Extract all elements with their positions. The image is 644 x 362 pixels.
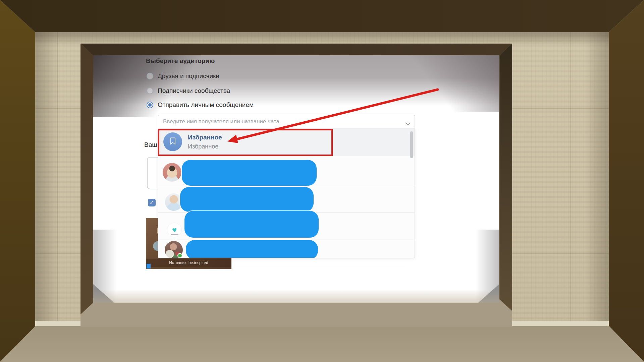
radio-private-message[interactable] — [147, 102, 153, 108]
audience-section-title: Выберите аудиторию — [146, 57, 215, 65]
recipient-search-input[interactable] — [158, 115, 415, 128]
frame-inner-right — [499, 44, 512, 312]
frame-inner-left — [80, 44, 93, 315]
framed-screenshot-scene: Выберите аудиторию Друзья и подписчики П… — [0, 0, 644, 362]
radio-label[interactable]: Подписчики сообщества — [158, 87, 230, 95]
censor-bar — [186, 240, 318, 258]
scrollbar-thumb[interactable] — [410, 131, 413, 158]
wall-shadow — [35, 32, 59, 327]
message-label-clipped: Ваш — [144, 141, 157, 148]
frame-outer-top — [0, 0, 644, 32]
radio-label[interactable]: Отправить личным сообщением — [158, 101, 254, 109]
online-badge — [177, 253, 182, 258]
community-logo-avatar[interactable]: ♥ — [167, 223, 182, 237]
attach-checkbox[interactable]: ✓ — [148, 199, 156, 206]
vk-share-dialog: Выберите аудиторию Друзья и подписчики П… — [93, 55, 499, 303]
screenshot-canvas: Выберите аудиторию Друзья и подписчики П… — [93, 55, 499, 303]
photo-caption: Источник: be.inspired — [146, 259, 231, 267]
wall-shadow — [585, 32, 609, 327]
chevron-down-icon[interactable] — [405, 121, 411, 127]
row-divider — [158, 239, 415, 239]
logo-text-line — [171, 234, 178, 235]
recipient-search-field[interactable] — [158, 115, 415, 128]
post-divider — [232, 267, 405, 267]
frame-inner-top — [80, 44, 512, 56]
censor-bar — [184, 211, 319, 238]
radio-label[interactable]: Друзья и подписчики — [158, 72, 219, 80]
frame-outer-left — [0, 0, 35, 362]
annotation-highlight-box — [158, 129, 333, 156]
radio-community-subscribers[interactable] — [147, 87, 153, 94]
user-avatar[interactable] — [163, 163, 181, 182]
heart-logo-icon: ♥ — [171, 226, 177, 234]
photo-watermark-chip — [147, 264, 151, 268]
censor-bar — [182, 160, 317, 186]
radio-friends-followers[interactable] — [147, 73, 153, 79]
wall-seam — [570, 32, 571, 327]
frame-outer-right — [609, 0, 644, 362]
row-divider — [158, 156, 415, 156]
frame-outer-bottom — [0, 326, 644, 362]
censor-bar — [180, 187, 314, 212]
